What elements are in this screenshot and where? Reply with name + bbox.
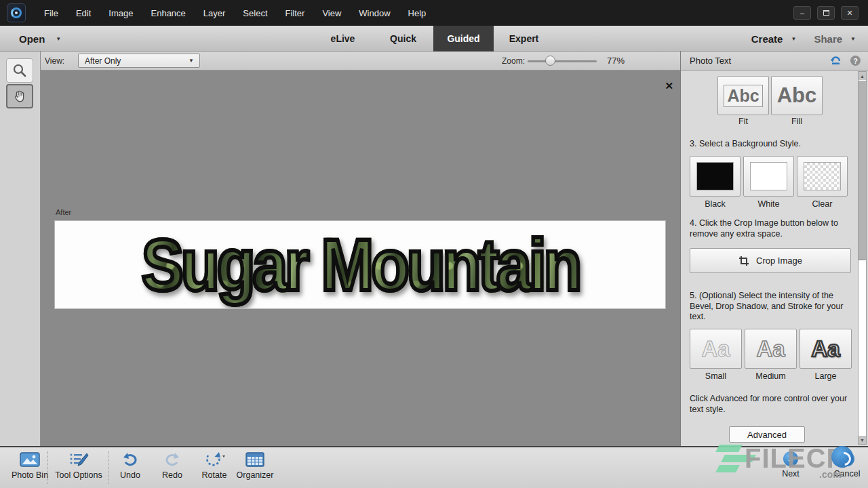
zoom-slider-handle[interactable] <box>545 56 555 66</box>
advanced-hint-text: Click Advanced for more control over you… <box>690 394 851 415</box>
menu-enhance[interactable]: Enhance <box>142 0 195 26</box>
redo-icon <box>163 451 182 468</box>
guided-edit-panel: Photo Text ? Abc Abc Fit Fill 3. Select … <box>680 52 868 446</box>
close-document-icon[interactable]: ✕ <box>665 81 673 91</box>
aa-large-icon: Aa <box>811 336 840 362</box>
tool-column <box>0 52 41 446</box>
photo-bin-label: Photo Bin <box>12 470 48 480</box>
fit-abc-icon: Abc <box>724 85 762 107</box>
rotate-label: Rotate <box>202 470 227 480</box>
menu-view[interactable]: View <box>313 0 350 26</box>
mode-tabs: eLive Quick Guided Expert <box>313 26 554 52</box>
magnifier-icon <box>12 63 27 78</box>
background-black-button[interactable] <box>690 156 741 197</box>
small-label: Small <box>690 371 742 381</box>
taskbar: Photo Bin Tool Options Undo Redo <box>0 446 868 488</box>
organizer-label: Organizer <box>237 470 274 480</box>
background-clear-button[interactable] <box>797 156 848 197</box>
tab-quick[interactable]: Quick <box>373 26 433 52</box>
clear-swatch-icon <box>804 162 841 190</box>
scroll-down-icon[interactable]: ▼ <box>859 436 866 444</box>
open-label: Open <box>19 33 45 45</box>
panel-title: Photo Text <box>690 56 731 66</box>
panel-header: Photo Text ? <box>681 52 868 70</box>
window-controls: – ✕ <box>793 6 868 20</box>
artwork-image[interactable]: Sugar Mountain <box>54 220 666 309</box>
crop-image-label: Crop Image <box>756 256 802 266</box>
step-5-text: 5. (Optional) Select the intensity of th… <box>690 291 851 323</box>
help-icon[interactable]: ? <box>850 56 861 66</box>
step-3-text: 3. Select a Background Style. <box>690 139 851 150</box>
large-label: Large <box>800 371 852 381</box>
hand-tool-button[interactable] <box>6 84 33 108</box>
tab-guided[interactable]: Guided <box>433 26 494 52</box>
organizer-icon <box>245 451 265 468</box>
fill-abc-icon: Abc <box>777 83 817 108</box>
reset-panel-icon[interactable] <box>830 56 842 66</box>
intensity-medium-button[interactable]: Aa <box>745 329 797 369</box>
next-button[interactable]: → Next <box>761 451 821 479</box>
fill-button[interactable]: Abc <box>771 76 823 115</box>
tool-options-icon <box>68 451 89 468</box>
menu-window[interactable]: Window <box>350 0 399 26</box>
zoom-slider-track[interactable] <box>528 60 597 62</box>
organizer-button[interactable]: Organizer <box>225 451 285 480</box>
menu-file[interactable]: File <box>35 0 67 26</box>
chevron-down-icon: ▼ <box>56 36 61 42</box>
tool-options-label: Tool Options <box>55 470 102 480</box>
after-label: After <box>56 208 71 216</box>
create-label: Create <box>751 33 783 45</box>
intensity-large-button[interactable]: Aa <box>800 329 852 369</box>
share-label: Share <box>814 33 842 45</box>
minimize-button[interactable]: – <box>793 6 811 20</box>
photo-bin-icon <box>20 451 40 468</box>
chevron-down-icon: ▼ <box>791 36 796 42</box>
menu-bar: File Edit Image Enhance Layer Select Fil… <box>0 0 868 26</box>
share-button[interactable]: Share ▼ <box>814 33 856 45</box>
chevron-down-icon: ▼ <box>189 58 194 64</box>
maximize-icon <box>823 10 829 16</box>
options-bar: View: After Only ▼ Zoom: 77% <box>41 52 680 70</box>
separator <box>47 451 48 484</box>
menu-filter[interactable]: Filter <box>277 0 314 26</box>
scroll-up-icon[interactable]: ▲ <box>859 72 866 80</box>
scrollbar-thumb[interactable] <box>859 81 866 260</box>
background-white-button[interactable] <box>743 156 794 197</box>
zoom-tool-button[interactable] <box>6 58 33 83</box>
next-arrow-icon: → <box>783 451 798 466</box>
menu-layer[interactable]: Layer <box>195 0 235 26</box>
panel-scrollbar[interactable]: ▲ ▼ <box>858 71 867 445</box>
app-logo-icon <box>7 3 26 22</box>
step-4-text: 4. Click the Crop Image button below to … <box>690 218 851 239</box>
view-dropdown[interactable]: After Only ▼ <box>78 54 200 68</box>
close-button[interactable]: ✕ <box>841 6 859 20</box>
menu-image[interactable]: Image <box>100 0 142 26</box>
menu-select[interactable]: Select <box>234 0 276 26</box>
fit-label: Fit <box>717 117 769 126</box>
undo-label: Undo <box>120 470 140 480</box>
tool-options-button[interactable]: Tool Options <box>49 451 108 480</box>
menu-edit[interactable]: Edit <box>67 0 100 26</box>
tab-elive[interactable]: eLive <box>313 26 373 52</box>
fit-button[interactable]: Abc <box>717 76 769 115</box>
white-swatch-icon <box>750 162 787 190</box>
zoom-percent-value: 77% <box>607 56 625 66</box>
chevron-down-icon: ▼ <box>850 36 856 42</box>
cancel-button[interactable]: ⃠ Cancel <box>817 451 868 479</box>
create-button[interactable]: Create ▼ <box>751 33 797 45</box>
artwork-text: Sugar Mountain <box>141 222 578 306</box>
rotate-icon <box>203 451 226 468</box>
intensity-small-button[interactable]: Aa <box>690 329 742 369</box>
black-swatch-icon <box>696 162 734 190</box>
open-button[interactable]: Open ▼ <box>19 26 61 52</box>
crop-image-button[interactable]: Crop Image <box>690 248 851 273</box>
advanced-button[interactable]: Advanced <box>729 426 805 443</box>
redo-label: Redo <box>162 470 182 480</box>
tab-expert[interactable]: Expert <box>494 26 554 52</box>
view-label: View: <box>45 56 64 66</box>
maximize-button[interactable] <box>817 6 835 20</box>
aa-small-icon: Aa <box>701 336 730 362</box>
undo-icon <box>121 451 140 468</box>
menu-help[interactable]: Help <box>399 0 435 26</box>
black-label: Black <box>690 199 741 209</box>
